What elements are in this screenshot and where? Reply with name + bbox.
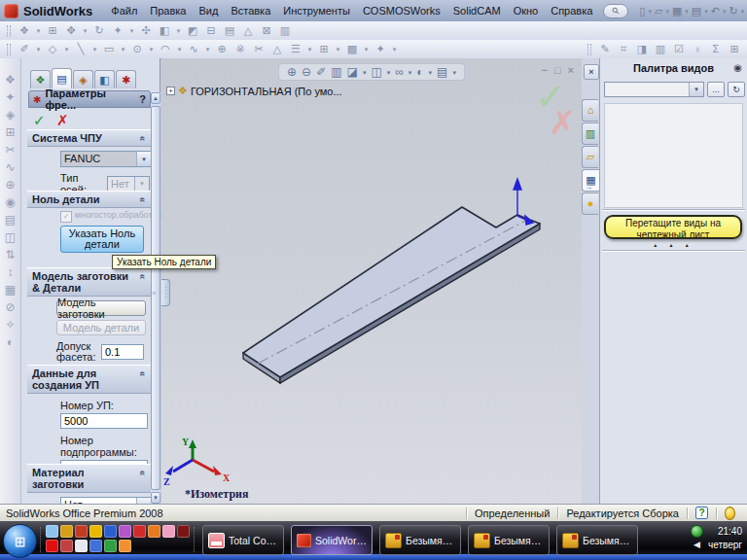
quick-launch-icon[interactable] <box>75 525 88 538</box>
cam-pocket-icon[interactable]: ◉ <box>5 196 15 208</box>
new-document-icon[interactable]: ▯ <box>639 6 645 17</box>
taskpane-appearances-tab[interactable]: ● <box>582 192 598 215</box>
dropdown-arrow-icon[interactable]: ▾ <box>176 46 183 52</box>
scroll-up-button[interactable]: ▲ <box>151 92 160 104</box>
quick-launch-icon[interactable] <box>89 540 102 552</box>
cam-tool-table-icon[interactable]: ✂ <box>5 144 15 156</box>
cam-simulate-icon[interactable]: ◫ <box>5 231 16 243</box>
dropdown-arrow-icon[interactable]: ▾ <box>429 69 433 76</box>
zoom-selected-icon[interactable]: ✐ <box>316 66 326 78</box>
menu-help[interactable]: Справка <box>545 3 598 18</box>
security-tray-icon[interactable] <box>691 525 703 538</box>
interference-check-icon[interactable]: ◧ <box>157 25 172 36</box>
point-tool-icon[interactable]: ⊕ <box>214 44 230 54</box>
start-button[interactable]: ⊞ <box>3 524 37 558</box>
menu-cosmosworks[interactable]: COSMOSWorks <box>357 3 446 18</box>
undo-icon[interactable]: ↶ <box>711 6 720 17</box>
equation-icon[interactable]: Σ <box>708 44 724 54</box>
document-close-button[interactable]: × <box>568 65 574 76</box>
task-pane-close-button[interactable]: × <box>584 64 599 80</box>
quick-launch-icon[interactable] <box>89 525 102 538</box>
chevron-down-icon[interactable]: ▾ <box>689 83 703 96</box>
cam-stock-icon[interactable]: ◈ <box>6 109 15 121</box>
dropdown-arrow-icon[interactable]: ▾ <box>391 46 398 52</box>
arc-tool-icon[interactable]: ◠ <box>158 44 173 54</box>
cam-calc-icon[interactable]: ⇅ <box>5 249 15 261</box>
panel-help-button[interactable]: ? <box>139 93 146 105</box>
circle-tool-icon[interactable]: ⊙ <box>129 44 145 54</box>
dropdown-arrow-icon[interactable]: ▾ <box>723 8 727 15</box>
menu-tools[interactable]: Инструменты <box>277 3 356 18</box>
previous-view-icon[interactable]: ▥ <box>331 66 341 78</box>
taskpane-library-tab[interactable]: ▱ <box>582 146 598 168</box>
part-3d-model[interactable] <box>161 58 582 504</box>
rebuild-icon[interactable]: ↻ <box>729 6 738 17</box>
rectangle-tool-icon[interactable]: ▭ <box>101 44 117 54</box>
display-style-icon[interactable]: ∞ <box>395 66 404 78</box>
dropdown-arrow-icon[interactable]: ▾ <box>306 46 313 52</box>
menu-file[interactable]: Файл <box>105 3 143 18</box>
dropdown-arrow-icon[interactable]: ▾ <box>204 46 211 52</box>
trim-tool-icon[interactable]: ✂ <box>251 44 267 54</box>
dropdown-arrow-icon[interactable]: ▾ <box>35 27 42 34</box>
large-assembly-icon[interactable]: ⊠ <box>259 25 274 36</box>
search-button[interactable]: ⚲ <box>603 4 628 18</box>
taskbar-task-solidworks[interactable]: SolidWorks O... <box>291 525 373 555</box>
cam-sync-icon[interactable]: ↕ <box>8 266 14 278</box>
move-component-icon[interactable]: ✥ <box>63 25 79 36</box>
menu-window[interactable]: Окно <box>508 3 545 18</box>
dropdown-arrow-icon[interactable]: ▾ <box>387 69 391 76</box>
cam-drill-icon[interactable]: ⊕ <box>5 179 15 191</box>
dropdown-arrow-icon[interactable]: ▾ <box>741 8 745 15</box>
set-part-zero-button[interactable]: Указать Ноль детали <box>60 226 144 253</box>
offset-entities-icon[interactable]: ☰ <box>288 44 303 54</box>
quick-launch-icon[interactable] <box>104 525 117 538</box>
spell-check-icon[interactable]: ✎ <box>597 44 613 54</box>
centerline-icon[interactable]: ※ <box>232 44 248 54</box>
dropdown-arrow-icon[interactable]: ▾ <box>685 8 689 15</box>
smart-fasteners-icon[interactable]: ✦ <box>110 25 125 36</box>
rotate-component-icon[interactable]: ↻ <box>91 25 107 36</box>
appearance-icon[interactable]: ▤ <box>437 66 447 78</box>
view-orientation-icon[interactable]: ◫ <box>371 66 381 78</box>
menu-solidcam[interactable]: SolidCAM <box>447 3 507 18</box>
pattern-entities-icon[interactable]: ▩ <box>344 44 360 54</box>
exploded-view-icon[interactable]: ✣ <box>138 25 154 36</box>
dropdown-arrow-icon[interactable]: ▾ <box>648 8 652 15</box>
print-icon[interactable]: ▤ <box>692 6 701 17</box>
taskbar-clock[interactable]: 21:40 четверг <box>708 525 745 552</box>
note-icon[interactable]: ◨ <box>634 44 650 54</box>
graphics-viewport[interactable]: ⊕⊖✐▥◪▾◫▾∞▾◐▾▤▾ − □ × + ❖ ГОРИЗОНТАЛЬНАЯ … <box>161 58 582 504</box>
tree-expander[interactable]: + <box>166 87 175 95</box>
spline-tool-icon[interactable]: ∿ <box>186 44 201 54</box>
cnc-controller-combo[interactable]: FANUC ▾ <box>60 151 152 167</box>
balloon-icon[interactable]: ♁ <box>690 44 705 54</box>
quick-launch-icon[interactable] <box>60 540 73 552</box>
volume-icon[interactable]: ◀ <box>694 541 700 549</box>
quick-launch-icon[interactable] <box>46 525 58 538</box>
line-tool-icon[interactable]: ╲ <box>73 44 89 54</box>
group-header[interactable]: Модель заготовки & Детали « <box>27 267 151 297</box>
display-relations-icon[interactable]: ✦ <box>373 44 388 54</box>
check-icon[interactable]: ☑ <box>671 44 687 54</box>
dropdown-arrow-icon[interactable]: ▾ <box>91 46 98 52</box>
dropdown-arrow-icon[interactable]: ▾ <box>128 27 135 34</box>
cam-define-part-icon[interactable]: ❖ <box>5 74 16 86</box>
cam-coordsys-icon[interactable]: ✦ <box>5 91 15 103</box>
sketch-icon[interactable]: ✐ <box>17 44 32 54</box>
quick-launch-icon[interactable] <box>60 525 73 538</box>
taskbar-task-total-commander[interactable]: Total Comma... <box>202 525 284 555</box>
taskbar-task-untitled-2[interactable]: Безымянный... <box>468 525 550 555</box>
table-icon[interactable]: ▥ <box>653 44 668 54</box>
quick-launch-icon[interactable] <box>119 540 131 552</box>
taskbar-task-untitled-1[interactable]: Безымянный... <box>379 525 461 555</box>
dropdown-arrow-icon[interactable]: ▾ <box>175 27 182 34</box>
hide-show-icon[interactable]: ◐ <box>416 66 423 78</box>
dropdown-arrow-icon[interactable]: ▾ <box>665 8 669 15</box>
scrollbar-thumb[interactable] <box>151 106 160 490</box>
document-minimize-button[interactable]: − <box>541 65 547 76</box>
menu-insert[interactable]: Вставка <box>225 3 276 18</box>
cam-profile-icon[interactable]: ∿ <box>5 161 15 173</box>
toolbar-grip[interactable] <box>7 25 11 37</box>
scroll-down-button[interactable]: ▼ <box>151 492 160 504</box>
